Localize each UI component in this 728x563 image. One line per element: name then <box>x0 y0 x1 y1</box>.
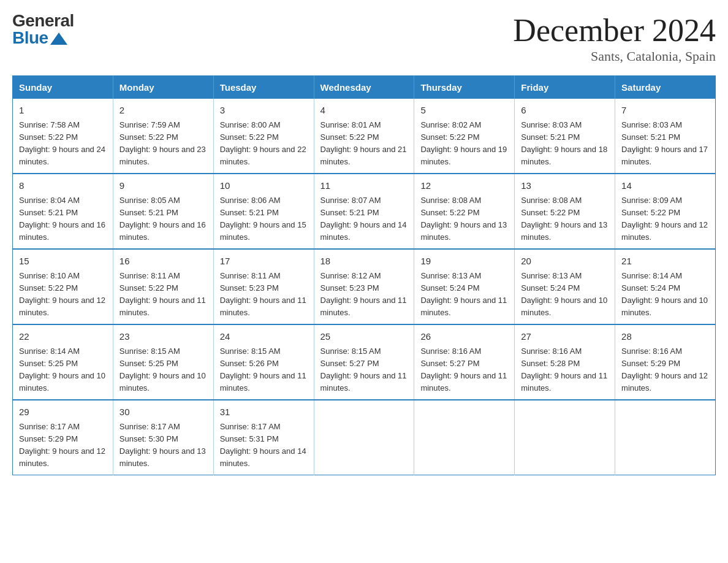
logo-blue-text: Blue <box>12 29 74 47</box>
day-cell: 5Sunrise: 8:02 AMSunset: 5:22 PMDaylight… <box>414 99 515 174</box>
day-number: 21 <box>621 255 709 269</box>
day-cell: 17Sunrise: 8:11 AMSunset: 5:23 PMDayligh… <box>213 249 314 324</box>
day-info: Sunrise: 8:16 AMSunset: 5:27 PMDaylight:… <box>420 347 507 393</box>
day-number: 19 <box>420 255 508 269</box>
day-info: Sunrise: 8:13 AMSunset: 5:24 PMDaylight:… <box>521 271 607 317</box>
day-cell: 11Sunrise: 8:07 AMSunset: 5:21 PMDayligh… <box>314 174 414 249</box>
day-number: 22 <box>19 330 107 344</box>
day-number: 12 <box>420 179 508 193</box>
day-number: 3 <box>220 104 308 118</box>
day-number: 1 <box>19 104 107 118</box>
day-cell: 10Sunrise: 8:06 AMSunset: 5:21 PMDayligh… <box>213 174 314 249</box>
day-info: Sunrise: 8:11 AMSunset: 5:23 PMDaylight:… <box>220 271 306 317</box>
day-info: Sunrise: 8:10 AMSunset: 5:22 PMDaylight:… <box>19 271 105 317</box>
day-info: Sunrise: 8:16 AMSunset: 5:28 PMDaylight:… <box>521 347 607 393</box>
day-number: 14 <box>621 179 709 193</box>
calendar-header-row: SundayMondayTuesdayWednesdayThursdayFrid… <box>13 76 716 99</box>
day-cell: 30Sunrise: 8:17 AMSunset: 5:30 PMDayligh… <box>113 400 213 475</box>
day-info: Sunrise: 7:59 AMSunset: 5:22 PMDaylight:… <box>119 120 206 166</box>
day-info: Sunrise: 8:01 AMSunset: 5:22 PMDaylight:… <box>320 120 407 166</box>
day-info: Sunrise: 8:04 AMSunset: 5:21 PMDaylight:… <box>19 196 105 242</box>
week-row-2: 8Sunrise: 8:04 AMSunset: 5:21 PMDaylight… <box>13 174 716 249</box>
day-info: Sunrise: 8:03 AMSunset: 5:21 PMDaylight:… <box>621 120 708 166</box>
day-cell <box>414 400 515 475</box>
day-number: 4 <box>320 104 408 118</box>
header-tuesday: Tuesday <box>213 76 314 99</box>
day-cell: 19Sunrise: 8:13 AMSunset: 5:24 PMDayligh… <box>414 249 515 324</box>
day-info: Sunrise: 7:58 AMSunset: 5:22 PMDaylight:… <box>19 120 105 166</box>
day-number: 9 <box>119 179 207 193</box>
day-info: Sunrise: 8:08 AMSunset: 5:22 PMDaylight:… <box>420 196 507 242</box>
svg-marker-1 <box>51 35 66 45</box>
day-number: 7 <box>621 104 709 118</box>
day-info: Sunrise: 8:06 AMSunset: 5:21 PMDaylight:… <box>220 196 306 242</box>
week-row-5: 29Sunrise: 8:17 AMSunset: 5:29 PMDayligh… <box>13 400 716 475</box>
day-number: 30 <box>119 405 207 419</box>
day-info: Sunrise: 8:17 AMSunset: 5:31 PMDaylight:… <box>220 422 306 468</box>
day-info: Sunrise: 8:00 AMSunset: 5:22 PMDaylight:… <box>220 120 306 166</box>
header-thursday: Thursday <box>414 76 515 99</box>
day-cell <box>615 400 716 475</box>
header-monday: Monday <box>113 76 213 99</box>
day-info: Sunrise: 8:13 AMSunset: 5:24 PMDaylight:… <box>420 271 507 317</box>
logo-icon <box>50 33 67 45</box>
day-number: 25 <box>320 330 408 344</box>
day-info: Sunrise: 8:03 AMSunset: 5:21 PMDaylight:… <box>521 120 607 166</box>
page-header: General Blue December 2024 Sants, Catalo… <box>12 12 716 64</box>
day-number: 29 <box>19 405 107 419</box>
header-saturday: Saturday <box>615 76 716 99</box>
day-info: Sunrise: 8:14 AMSunset: 5:24 PMDaylight:… <box>621 271 708 317</box>
day-cell: 22Sunrise: 8:14 AMSunset: 5:25 PMDayligh… <box>13 324 113 400</box>
day-number: 26 <box>420 330 508 344</box>
day-number: 5 <box>420 104 508 118</box>
day-info: Sunrise: 8:17 AMSunset: 5:29 PMDaylight:… <box>19 422 105 468</box>
day-info: Sunrise: 8:11 AMSunset: 5:22 PMDaylight:… <box>119 271 206 317</box>
day-info: Sunrise: 8:02 AMSunset: 5:22 PMDaylight:… <box>420 120 507 166</box>
day-cell: 20Sunrise: 8:13 AMSunset: 5:24 PMDayligh… <box>515 249 615 324</box>
day-number: 10 <box>220 179 308 193</box>
day-number: 23 <box>119 330 207 344</box>
day-number: 8 <box>19 179 107 193</box>
day-cell <box>515 400 615 475</box>
logo: General Blue <box>12 12 74 47</box>
title-block: December 2024 Sants, Catalonia, Spain <box>513 12 716 64</box>
day-number: 27 <box>521 330 609 344</box>
day-cell: 15Sunrise: 8:10 AMSunset: 5:22 PMDayligh… <box>13 249 113 324</box>
day-cell: 28Sunrise: 8:16 AMSunset: 5:29 PMDayligh… <box>615 324 716 400</box>
calendar-table: SundayMondayTuesdayWednesdayThursdayFrid… <box>12 75 716 475</box>
day-cell: 26Sunrise: 8:16 AMSunset: 5:27 PMDayligh… <box>414 324 515 400</box>
day-cell: 27Sunrise: 8:16 AMSunset: 5:28 PMDayligh… <box>515 324 615 400</box>
day-number: 28 <box>621 330 709 344</box>
day-cell: 21Sunrise: 8:14 AMSunset: 5:24 PMDayligh… <box>615 249 716 324</box>
day-cell: 24Sunrise: 8:15 AMSunset: 5:26 PMDayligh… <box>213 324 314 400</box>
day-info: Sunrise: 8:15 AMSunset: 5:26 PMDaylight:… <box>220 347 306 393</box>
day-number: 11 <box>320 179 408 193</box>
day-info: Sunrise: 8:14 AMSunset: 5:25 PMDaylight:… <box>19 347 105 393</box>
week-row-1: 1Sunrise: 7:58 AMSunset: 5:22 PMDaylight… <box>13 99 716 174</box>
day-info: Sunrise: 8:16 AMSunset: 5:29 PMDaylight:… <box>621 347 708 393</box>
day-number: 18 <box>320 255 408 269</box>
day-info: Sunrise: 8:17 AMSunset: 5:30 PMDaylight:… <box>119 422 206 468</box>
day-cell: 2Sunrise: 7:59 AMSunset: 5:22 PMDaylight… <box>113 99 213 174</box>
week-row-3: 15Sunrise: 8:10 AMSunset: 5:22 PMDayligh… <box>13 249 716 324</box>
day-cell: 4Sunrise: 8:01 AMSunset: 5:22 PMDaylight… <box>314 99 414 174</box>
day-number: 17 <box>220 255 308 269</box>
day-info: Sunrise: 8:05 AMSunset: 5:21 PMDaylight:… <box>119 196 206 242</box>
day-info: Sunrise: 8:08 AMSunset: 5:22 PMDaylight:… <box>521 196 607 242</box>
day-info: Sunrise: 8:15 AMSunset: 5:25 PMDaylight:… <box>119 347 206 393</box>
day-cell <box>314 400 414 475</box>
day-number: 24 <box>220 330 308 344</box>
day-cell: 31Sunrise: 8:17 AMSunset: 5:31 PMDayligh… <box>213 400 314 475</box>
day-cell: 14Sunrise: 8:09 AMSunset: 5:22 PMDayligh… <box>615 174 716 249</box>
day-info: Sunrise: 8:15 AMSunset: 5:27 PMDaylight:… <box>320 347 407 393</box>
day-cell: 13Sunrise: 8:08 AMSunset: 5:22 PMDayligh… <box>515 174 615 249</box>
day-info: Sunrise: 8:12 AMSunset: 5:23 PMDaylight:… <box>320 271 407 317</box>
day-number: 6 <box>521 104 609 118</box>
day-cell: 16Sunrise: 8:11 AMSunset: 5:22 PMDayligh… <box>113 249 213 324</box>
day-number: 31 <box>220 405 308 419</box>
day-cell: 6Sunrise: 8:03 AMSunset: 5:21 PMDaylight… <box>515 99 615 174</box>
day-number: 20 <box>521 255 609 269</box>
day-cell: 12Sunrise: 8:08 AMSunset: 5:22 PMDayligh… <box>414 174 515 249</box>
day-cell: 1Sunrise: 7:58 AMSunset: 5:22 PMDaylight… <box>13 99 113 174</box>
day-info: Sunrise: 8:09 AMSunset: 5:22 PMDaylight:… <box>621 196 708 242</box>
